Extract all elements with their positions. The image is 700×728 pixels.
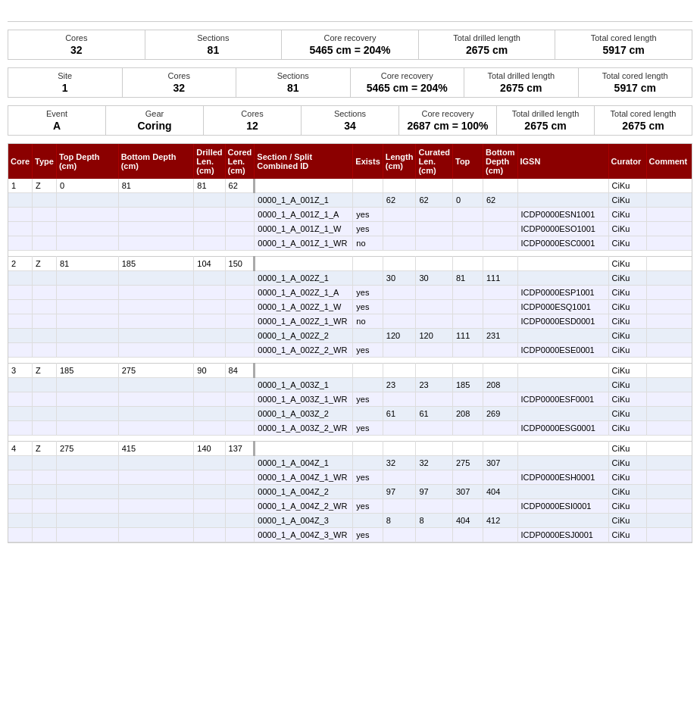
cell-exists: [353, 271, 383, 286]
cell-cored: [225, 343, 255, 358]
cell-bottom: 111: [483, 271, 518, 286]
cell-cored: [225, 421, 255, 436]
cell-curator: CiKu: [608, 499, 646, 514]
core-cell-drilled: 140: [194, 442, 225, 456]
main-table: CoreTypeTop Depth (cm)Bottom Depth (cm)D…: [8, 144, 692, 542]
cell-core: [8, 343, 33, 358]
cell-top: 185: [453, 378, 483, 392]
cell-top: 208: [453, 407, 483, 421]
summary-cell: Site1: [8, 68, 123, 97]
core-cell-bot_depth: 275: [118, 364, 194, 378]
cell-length: [383, 528, 416, 542]
cell-comment: [646, 456, 692, 470]
core-cell-curator: CiKu: [608, 257, 646, 271]
cell-bot_depth: [118, 208, 194, 222]
core-cell-bottom: [483, 364, 518, 378]
core-cell-type: Z: [33, 364, 57, 378]
cell-igsn: ICDP0000ESE0001: [517, 343, 608, 358]
core-row: 1Z0818162CiKu: [8, 179, 692, 193]
cell-bot_depth: [118, 271, 194, 286]
summary-label: Cores: [13, 33, 140, 42]
cell-section: 0000_1_A_003Z_1_WR: [255, 392, 353, 407]
table-row: 0000_1_A_003Z_2_WRyesICDP0000ESG0001CiKu: [8, 421, 692, 436]
cell-length: 8: [383, 514, 416, 528]
cell-top_depth: [56, 343, 118, 358]
cell-drilled: [194, 236, 225, 251]
summary-label: Total cored length: [599, 109, 687, 118]
cell-drilled: [194, 470, 225, 485]
cell-igsn: ICDP0000ESG0001: [517, 421, 608, 436]
cell-igsn: ICDP0000ESJ0001: [517, 528, 608, 542]
cell-curated: 62: [416, 193, 453, 208]
summary-cell: Total drilled length2675 cm: [464, 68, 579, 97]
summary-value: 5917 cm: [560, 42, 687, 56]
summary-label: Sections: [150, 33, 277, 42]
table-row: 0000_1_A_001Z_1_WRnoICDP0000ESC0001CiKu: [8, 236, 692, 251]
cell-top_depth: [56, 456, 118, 470]
cell-top: [453, 392, 483, 407]
cell-top_depth: [56, 329, 118, 343]
cell-cored: [225, 528, 255, 542]
cell-bot_depth: [118, 456, 194, 470]
core-cell-bottom: [483, 257, 518, 271]
cell-curator: CiKu: [608, 193, 646, 208]
core-cell-bot_depth: 81: [118, 179, 194, 193]
core-cell-bottom: [483, 179, 518, 193]
cell-length: 62: [383, 193, 416, 208]
cell-drilled: [194, 378, 225, 392]
summary-value: 32: [13, 42, 140, 56]
col-header-igsn: IGSN: [517, 144, 608, 179]
core-cell-comment: [646, 257, 692, 271]
cell-top: [453, 470, 483, 485]
cell-length: 32: [383, 456, 416, 470]
col-header-core: Core: [8, 144, 33, 179]
cell-length: [383, 286, 416, 300]
core-cell-core: 3: [8, 364, 33, 378]
summary-cell: Core recovery5465 cm = 204%: [282, 30, 419, 59]
table-row: 0000_1_A_001Z_1_AyesICDP0000ESN1001CiKu: [8, 208, 692, 222]
col-header-bot_depth: Bottom Depth (cm): [118, 144, 194, 179]
summary-cell: Sections34: [302, 106, 399, 135]
cell-exists: yes: [353, 470, 383, 485]
cell-type: [33, 193, 57, 208]
cell-curated: [416, 208, 453, 222]
cell-exists: yes: [353, 528, 383, 542]
cell-exists: yes: [353, 208, 383, 222]
cell-bottom: [483, 236, 518, 251]
cell-comment: [646, 343, 692, 358]
cell-exists: yes: [353, 499, 383, 514]
cell-curator: CiKu: [608, 485, 646, 499]
table-row: 0000_1_A_002Z_1_AyesICDP0000ESP1001CiKu: [8, 286, 692, 300]
core-cell-drilled: 90: [194, 364, 225, 378]
summary-value: 34: [306, 118, 394, 132]
cell-type: [33, 343, 57, 358]
core-cell-section: [255, 179, 353, 193]
cell-length: [383, 470, 416, 485]
cell-drilled: [194, 499, 225, 514]
cell-curated: 32: [416, 456, 453, 470]
core-cell-comment: [646, 364, 692, 378]
cell-curator: CiKu: [608, 514, 646, 528]
core-cell-top: [453, 364, 483, 378]
cell-drilled: [194, 421, 225, 436]
cell-type: [33, 271, 57, 286]
summary-cell: Sections81: [236, 68, 351, 97]
cell-top: [453, 421, 483, 436]
summary-value: 2675 cm: [502, 118, 589, 132]
cell-section: 0000_1_A_002Z_1_A: [255, 286, 353, 300]
cell-igsn: [517, 407, 608, 421]
cell-curator: CiKu: [608, 208, 646, 222]
table-row: 0000_1_A_004Z_2_WRyesICDP0000ESI0001CiKu: [8, 499, 692, 514]
cell-length: [383, 208, 416, 222]
cell-igsn: ICDP0000ESO1001: [517, 222, 608, 236]
col-header-curated: Curated Len. (cm): [416, 144, 453, 179]
event-summary: EventAGearCoringCores12Sections34Core re…: [8, 105, 692, 136]
cell-curated: [416, 528, 453, 542]
cell-bot_depth: [118, 343, 194, 358]
cell-exists: yes: [353, 222, 383, 236]
core-cell-comment: [646, 442, 692, 456]
cell-top_depth: [56, 421, 118, 436]
core-cell-top_depth: 185: [56, 364, 118, 378]
cell-bottom: [483, 343, 518, 358]
cell-cored: [225, 300, 255, 314]
